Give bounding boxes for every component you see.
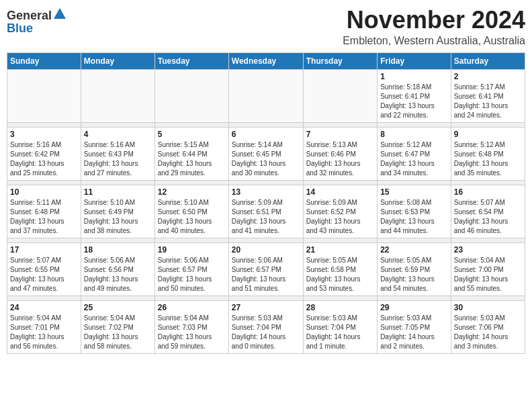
calendar-cell: [154, 69, 228, 122]
calendar-week-row: 3Sunrise: 5:16 AM Sunset: 6:42 PM Daylig…: [7, 127, 525, 180]
day-number: 10: [10, 187, 78, 197]
day-number: 11: [84, 187, 152, 197]
day-info: Sunrise: 5:03 AM Sunset: 7:04 PM Dayligh…: [232, 314, 300, 351]
calendar-table: SundayMondayTuesdayWednesdayThursdayFrid…: [7, 52, 525, 354]
day-number: 29: [380, 303, 448, 312]
day-info: Sunrise: 5:04 AM Sunset: 7:01 PM Dayligh…: [10, 314, 78, 351]
day-number: 27: [232, 303, 300, 312]
calendar-cell: 25Sunrise: 5:04 AM Sunset: 7:02 PM Dayli…: [81, 300, 154, 353]
svg-marker-0: [54, 8, 66, 19]
day-number: 5: [158, 130, 226, 139]
day-info: Sunrise: 5:18 AM Sunset: 6:41 PM Dayligh…: [380, 83, 448, 120]
day-number: 21: [306, 245, 374, 255]
day-info: Sunrise: 5:09 AM Sunset: 6:51 PM Dayligh…: [232, 198, 300, 236]
calendar-cell: 4Sunrise: 5:16 AM Sunset: 6:43 PM Daylig…: [81, 127, 154, 180]
calendar-week-row: 10Sunrise: 5:11 AM Sunset: 6:48 PM Dayli…: [7, 185, 525, 238]
day-number: 6: [232, 130, 300, 139]
day-info: Sunrise: 5:05 AM Sunset: 6:58 PM Dayligh…: [306, 256, 374, 293]
day-number: 4: [84, 130, 152, 139]
calendar-header-sunday: Sunday: [7, 52, 81, 69]
day-number: 25: [84, 303, 152, 312]
day-number: 9: [454, 130, 522, 139]
row-separator: [7, 295, 525, 300]
calendar-cell: 9Sunrise: 5:12 AM Sunset: 6:48 PM Daylig…: [451, 127, 525, 180]
calendar-header-thursday: Thursday: [303, 52, 377, 69]
calendar-cell: 2Sunrise: 5:17 AM Sunset: 6:41 PM Daylig…: [451, 69, 525, 122]
calendar-cell: 15Sunrise: 5:08 AM Sunset: 6:53 PM Dayli…: [378, 185, 451, 238]
day-number: 16: [454, 187, 522, 197]
calendar-cell: 5Sunrise: 5:15 AM Sunset: 6:44 PM Daylig…: [154, 127, 228, 180]
day-number: 15: [380, 187, 448, 197]
calendar-cell: 21Sunrise: 5:05 AM Sunset: 6:58 PM Dayli…: [303, 242, 377, 295]
day-number: 19: [158, 245, 226, 255]
day-number: 13: [232, 187, 300, 197]
calendar-week-row: 24Sunrise: 5:04 AM Sunset: 7:01 PM Dayli…: [7, 300, 525, 353]
calendar-cell: [81, 69, 154, 122]
day-number: 18: [84, 245, 152, 255]
day-info: Sunrise: 5:16 AM Sunset: 6:42 PM Dayligh…: [10, 140, 78, 178]
day-info: Sunrise: 5:15 AM Sunset: 6:44 PM Dayligh…: [158, 140, 226, 178]
month-title: November 2024: [343, 7, 525, 34]
calendar-cell: 12Sunrise: 5:10 AM Sunset: 6:50 PM Dayli…: [154, 185, 228, 238]
calendar-cell: 17Sunrise: 5:07 AM Sunset: 6:55 PM Dayli…: [7, 242, 81, 295]
calendar-cell: 23Sunrise: 5:04 AM Sunset: 7:00 PM Dayli…: [451, 242, 525, 295]
day-info: Sunrise: 5:04 AM Sunset: 7:00 PM Dayligh…: [454, 256, 522, 293]
day-info: Sunrise: 5:04 AM Sunset: 7:02 PM Dayligh…: [84, 314, 152, 351]
day-number: 26: [158, 303, 226, 312]
calendar-cell: 20Sunrise: 5:06 AM Sunset: 6:57 PM Dayli…: [228, 242, 303, 295]
day-number: 3: [10, 130, 78, 139]
day-info: Sunrise: 5:04 AM Sunset: 7:03 PM Dayligh…: [158, 314, 226, 351]
day-number: 20: [232, 245, 300, 255]
calendar-cell: 10Sunrise: 5:11 AM Sunset: 6:48 PM Dayli…: [7, 185, 81, 238]
day-number: 7: [306, 130, 374, 139]
day-info: Sunrise: 5:05 AM Sunset: 6:59 PM Dayligh…: [380, 256, 448, 293]
day-info: Sunrise: 5:06 AM Sunset: 6:57 PM Dayligh…: [232, 256, 300, 293]
calendar-week-row: 17Sunrise: 5:07 AM Sunset: 6:55 PM Dayli…: [7, 242, 525, 295]
calendar-cell: 29Sunrise: 5:03 AM Sunset: 7:05 PM Dayli…: [378, 300, 451, 353]
day-info: Sunrise: 5:03 AM Sunset: 7:06 PM Dayligh…: [454, 314, 522, 351]
day-number: 14: [306, 187, 374, 197]
calendar-cell: 30Sunrise: 5:03 AM Sunset: 7:06 PM Dayli…: [451, 300, 525, 353]
calendar-header-wednesday: Wednesday: [228, 52, 303, 69]
title-area: November 2024 Embleton, Western Australi…: [343, 7, 525, 47]
logo-icon: [52, 7, 67, 21]
day-number: 17: [10, 245, 78, 255]
calendar-cell: 7Sunrise: 5:13 AM Sunset: 6:46 PM Daylig…: [303, 127, 377, 180]
logo-blue-text: Blue: [7, 21, 33, 35]
calendar-cell: [228, 69, 303, 122]
calendar-cell: 6Sunrise: 5:14 AM Sunset: 6:45 PM Daylig…: [228, 127, 303, 180]
calendar-cell: 24Sunrise: 5:04 AM Sunset: 7:01 PM Dayli…: [7, 300, 81, 353]
day-number: 23: [454, 245, 522, 255]
calendar-cell: [303, 69, 377, 122]
calendar-header-saturday: Saturday: [451, 52, 525, 69]
day-number: 1: [380, 72, 448, 81]
calendar-cell: 11Sunrise: 5:10 AM Sunset: 6:49 PM Dayli…: [81, 185, 154, 238]
calendar-cell: 13Sunrise: 5:09 AM Sunset: 6:51 PM Dayli…: [228, 185, 303, 238]
day-info: Sunrise: 5:17 AM Sunset: 6:41 PM Dayligh…: [454, 83, 522, 120]
calendar-week-row: 1Sunrise: 5:18 AM Sunset: 6:41 PM Daylig…: [7, 69, 525, 122]
row-separator: [7, 238, 525, 242]
calendar-cell: [7, 69, 81, 122]
calendar-cell: 3Sunrise: 5:16 AM Sunset: 6:42 PM Daylig…: [7, 127, 81, 180]
day-info: Sunrise: 5:10 AM Sunset: 6:49 PM Dayligh…: [84, 198, 152, 236]
day-number: 30: [454, 303, 522, 312]
day-info: Sunrise: 5:12 AM Sunset: 6:48 PM Dayligh…: [454, 140, 522, 178]
calendar-header-row: SundayMondayTuesdayWednesdayThursdayFrid…: [7, 52, 525, 69]
day-info: Sunrise: 5:07 AM Sunset: 6:54 PM Dayligh…: [454, 198, 522, 236]
day-info: Sunrise: 5:06 AM Sunset: 6:57 PM Dayligh…: [158, 256, 226, 293]
day-info: Sunrise: 5:13 AM Sunset: 6:46 PM Dayligh…: [306, 140, 374, 178]
day-info: Sunrise: 5:11 AM Sunset: 6:48 PM Dayligh…: [10, 198, 78, 236]
calendar-cell: 28Sunrise: 5:03 AM Sunset: 7:04 PM Dayli…: [303, 300, 377, 353]
day-number: 28: [306, 303, 374, 312]
day-number: 12: [158, 187, 226, 197]
day-info: Sunrise: 5:03 AM Sunset: 7:04 PM Dayligh…: [306, 314, 374, 351]
calendar-cell: 16Sunrise: 5:07 AM Sunset: 6:54 PM Dayli…: [451, 185, 525, 238]
calendar-cell: 19Sunrise: 5:06 AM Sunset: 6:57 PM Dayli…: [154, 242, 228, 295]
day-info: Sunrise: 5:14 AM Sunset: 6:45 PM Dayligh…: [232, 140, 300, 178]
location-text: Embleton, Western Australia, Australia: [343, 35, 525, 47]
day-info: Sunrise: 5:03 AM Sunset: 7:05 PM Dayligh…: [380, 314, 448, 351]
day-number: 8: [380, 130, 448, 139]
row-separator: [7, 180, 525, 185]
calendar-cell: 8Sunrise: 5:12 AM Sunset: 6:47 PM Daylig…: [378, 127, 451, 180]
day-info: Sunrise: 5:10 AM Sunset: 6:50 PM Dayligh…: [158, 198, 226, 236]
